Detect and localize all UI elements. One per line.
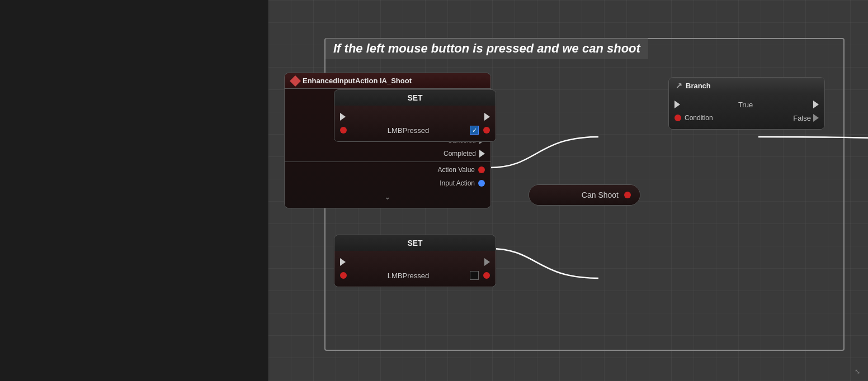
set-top-checkbox[interactable]: ✓ [470,126,479,135]
blueprint-canvas[interactable]: If the left mouse button is pressed and … [268,0,868,381]
set-bottom-exec-out [484,258,490,266]
set-bottom-checkbox[interactable] [470,271,479,280]
can-shoot-pin [624,192,631,198]
branch-false-pin [813,114,819,122]
completed-label: Completed [444,150,476,158]
separator-1 [285,161,490,162]
enhanced-input-title: EnhancedInputAction IA_Shoot [303,77,412,85]
pin-action-value: Action Value [285,163,490,177]
expand-chevron[interactable]: ⌄ [285,190,490,203]
pin-input-action: Input Action [285,177,490,190]
branch-header: ↗ Branch [669,78,824,93]
set-bottom-title: SET [407,239,422,247]
input-action-label: Input Action [440,179,475,187]
set-bottom-header: SET [334,235,496,251]
set-bottom-lmb-pin-right [483,272,490,279]
completed-pin [479,150,485,158]
set-bottom-exec-row [334,255,496,269]
enhanced-input-header: EnhancedInputAction IA_Shoot [285,73,490,89]
set-top-body: LMBPressed ✓ [334,106,496,141]
set-bottom-exec-in [340,258,346,266]
branch-body: True Condition False [669,93,824,129]
branch-true-pin [813,101,819,108]
branch-condition-label: Condition [685,114,793,122]
set-top-header: SET [334,90,496,106]
branch-condition-row: Condition False [669,111,824,125]
set-top-exec-in [340,113,346,121]
set-bottom-lmb-pin-left [340,272,347,279]
set-bottom-lmb-row: LMBPressed [334,269,496,282]
set-node-top[interactable]: SET LMBPressed ✓ [334,89,496,142]
set-node-bottom[interactable]: SET LMBPressed [334,235,496,287]
set-top-exec-row [334,110,496,123]
resize-handle[interactable]: ⤡ [855,368,864,377]
branch-icon: ↗ [676,81,682,90]
branch-node[interactable]: ↗ Branch True Condition False [668,77,825,130]
can-shoot-node[interactable]: Can Shoot [529,184,640,206]
left-panel [0,0,268,381]
can-shoot-label: Can Shoot [582,190,619,199]
set-top-lmb-pin-right [483,127,490,134]
set-bottom-lmb-label: LMBPressed [347,272,470,280]
set-top-lmb-pin-left [340,127,347,134]
set-top-exec-out [484,113,490,121]
can-shoot-body: Can Shoot [529,185,640,205]
set-top-title: SET [407,93,422,102]
pin-completed: Completed [285,147,490,160]
comment-label: If the left mouse button is pressed and … [326,38,648,59]
diamond-icon [290,75,301,87]
set-bottom-body: LMBPressed [334,251,496,287]
branch-exec-row: True [669,98,824,111]
branch-title: Branch [686,82,711,90]
branch-false-label: False [793,114,811,122]
set-top-lmb-row: LMBPressed ✓ [334,123,496,137]
branch-exec-in [674,101,680,108]
branch-true-label: True [738,101,753,109]
set-top-lmb-label: LMBPressed [347,126,470,135]
input-action-pin [478,180,485,187]
branch-condition-pin [674,115,681,121]
action-value-label: Action Value [438,166,475,174]
action-value-pin [478,166,485,173]
